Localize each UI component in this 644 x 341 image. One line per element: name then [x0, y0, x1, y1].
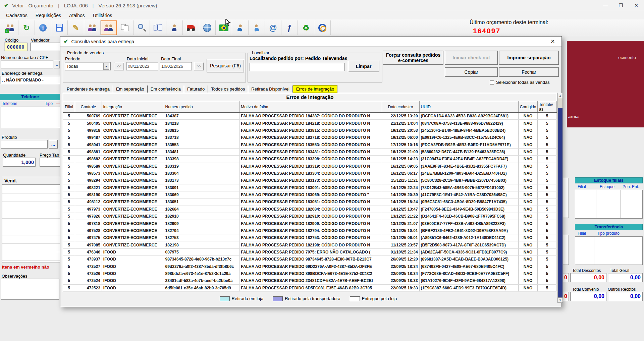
cell-tent: 5	[538, 285, 557, 291]
cell-integ: IFOOD	[102, 263, 164, 270]
motoboy-delivery-button[interactable]	[183, 20, 199, 35]
forcar-consulta-button[interactable]: Forçar consulta pedidos e-commerces	[383, 51, 443, 65]
scroll-down-icon[interactable]: ▼	[558, 297, 562, 302]
table-row[interactable]: 5472527IFOOD69d2276a-a0f2-4387-85da-df3f…	[63, 263, 557, 270]
table-row[interactable]: 5497528CONVERTIZE-ECOMMERCE182794FALHA A…	[63, 227, 557, 234]
table-row[interactable]: 5500405CONVERTIZE-ECOMMERCE184218FALHA A…	[63, 120, 557, 127]
codigo-field[interactable]: 000000	[4, 43, 28, 51]
table-row[interactable]: 5499487CONVERTIZE-ECOMMERCE183718FALHA A…	[63, 134, 557, 141]
telefone-list[interactable]	[1, 107, 60, 128]
walking-person-button[interactable]	[232, 20, 249, 35]
table-row[interactable]: 5498881CONVERTIZE-ECOMMERCE183481FALHA A…	[63, 149, 557, 156]
estoque-grid[interactable]	[575, 190, 643, 219]
periodo-select[interactable]: Todas ▼	[65, 62, 111, 70]
localizar-input[interactable]	[250, 63, 345, 71]
copy-records-button[interactable]	[117, 20, 133, 35]
target-ring-button[interactable]	[314, 20, 331, 35]
produto-field[interactable]	[1, 140, 48, 149]
endereco-field[interactable]: , , NÃO INFORMADO -	[0, 76, 60, 84]
menu-item-requisic-o-es[interactable]: Requisições	[32, 12, 65, 19]
preco-tab-field[interactable]	[40, 158, 60, 167]
tab-todos-os-pedidos[interactable]: Todos os pedidos	[208, 86, 248, 93]
tab-em-separac-a-o[interactable]: Em separação	[113, 86, 148, 93]
fechar-button[interactable]: Fechar	[499, 67, 559, 77]
cell-motivo: FALHA AO PROCESSAR PEDIDO 98734645-8728-…	[239, 256, 382, 263]
scrollbar-thumb[interactable]	[558, 108, 562, 297]
scroll-up-icon[interactable]: ▲	[558, 93, 562, 98]
table-row[interactable]: 5497818CONVERTIZE-ECOMMERCE182909FALHA A…	[63, 220, 557, 227]
table-row[interactable]: 5473937IFOOD98734645-8728-4e80-967b-b213…	[63, 256, 557, 263]
table-row[interactable]: 5497973CONVERTIZE-ECOMMERCE182684FALHA A…	[63, 206, 557, 213]
vend-grid[interactable]	[2, 185, 60, 263]
tab-pendentes-de-entrega[interactable]: Pendentes de entrega	[64, 86, 113, 93]
select-all-checkbox[interactable]	[490, 80, 494, 84]
data-final-field[interactable]: 10/02/2026	[160, 62, 192, 70]
blue-figure-button[interactable]	[249, 20, 265, 35]
table-row[interactable]: 5497085CONVERTIZE-ECOMMERCE182198FALHA A…	[63, 241, 557, 248]
sync-button[interactable]: ♻	[298, 20, 314, 35]
legend-item-entregue-pela-loja: Entregue pela loja	[350, 296, 397, 301]
menu-item-atalhos[interactable]: Atalhos	[65, 12, 89, 19]
data-inicial-field[interactable]: 08/11/2023	[126, 62, 158, 70]
table-row[interactable]: 5500769CONVERTIZE-ECOMMERCE184387FALHA A…	[63, 113, 557, 120]
vendedor-field[interactable]	[30, 43, 60, 51]
clients-group-button[interactable]	[84, 20, 101, 35]
iniciar-checkout-button[interactable]: Iniciar check-out	[445, 51, 498, 65]
cell-corrigido: NAO	[519, 198, 538, 205]
finance-button[interactable]: ƒ	[281, 20, 298, 35]
table-row[interactable]: 5497826CONVERTIZE-ECOMMERCE182910FALHA A…	[63, 213, 557, 220]
table-row[interactable]: 5498112CONVERTIZE-ECOMMERCE183051FALHA A…	[63, 198, 557, 206]
add-client-button[interactable]: +	[2, 20, 18, 35]
tab-retirada-disponi-vel[interactable]: Retirada Disponível	[248, 86, 292, 93]
chevron-down-icon[interactable]: ▼	[103, 63, 109, 70]
menu-item-cadastros[interactable]: Cadastros	[2, 12, 32, 19]
observacoes-field[interactable]	[1, 279, 59, 300]
table-row[interactable]: 5476346IFOOD007975FALHA AO PROCESSAR PED…	[63, 249, 557, 256]
produto-lookup-button[interactable]: ...	[49, 140, 58, 149]
table-row[interactable]: 5498941CONVERTIZE-ECOMMERCE183553FALHA A…	[63, 141, 557, 148]
tab-faturado[interactable]: Faturado	[184, 86, 208, 93]
tab-erros-de-integrac-a-o[interactable]: Erros de integração	[293, 85, 337, 93]
imprimir-separacao-button[interactable]: Imprimir separação	[499, 51, 559, 65]
delivery-query-button[interactable]	[101, 20, 117, 35]
prev-period-button[interactable]: <<	[114, 62, 124, 70]
table-row[interactable]: 5498190CONVERTIZE-ECOMMERCE183069FALHA A…	[63, 191, 557, 198]
edit-pencil-button[interactable]: ✎	[68, 20, 84, 35]
save-button[interactable]	[51, 20, 68, 35]
table-row[interactable]: 5499818CONVERTIZE-ECOMMERCE183815FALHA A…	[63, 127, 557, 134]
pesquisar-button[interactable]: Pesquisar (F6)	[207, 59, 244, 72]
customer-button[interactable]	[166, 20, 183, 35]
cartao-field[interactable]	[1, 60, 53, 68]
next-period-button[interactable]: >>	[194, 62, 204, 70]
cell-pedido: 182910	[164, 213, 240, 220]
tab-em-confere-ncia[interactable]: Em conferência	[148, 86, 184, 93]
table-row[interactable]: 5498573CONVERTIZE-ECOMMERCE183304FALHA A…	[63, 170, 557, 177]
ecommerce-globe-button[interactable]	[199, 20, 216, 35]
table-row[interactable]: 5498294CONVERTIZE-ECOMMERCE183173FALHA A…	[63, 177, 557, 184]
vertical-scrollbar[interactable]: ▲ ▼	[557, 93, 563, 303]
maximize-button[interactable]: ❐	[613, 0, 629, 11]
cartao-lookup-button[interactable]: ..	[54, 60, 60, 68]
refresh-button[interactable]: ↻	[18, 20, 35, 35]
table-row[interactable]: 5498682CONVERTIZE-ECOMMERCE183398FALHA A…	[63, 156, 557, 163]
copiar-button[interactable]: Copiar	[445, 67, 498, 77]
catalog-book-button[interactable]	[150, 20, 166, 35]
transferencia-grid[interactable]	[575, 236, 643, 265]
table-row[interactable]: 5498221CONVERTIZE-ECOMMERCE183091FALHA A…	[63, 184, 557, 191]
info-button[interactable]: i	[35, 20, 51, 35]
quantidade-field[interactable]: 1,000	[3, 158, 36, 167]
dialog-close-icon[interactable]: ✕	[549, 38, 557, 45]
table-row[interactable]: 5497475CONVERTIZE-ECOMMERCE182753FALHA A…	[63, 234, 557, 241]
menu-item-utilita-rios[interactable]: Utilitários	[89, 12, 116, 19]
table-row[interactable]: 5498589CONVERTIZE-ECOMMERCE183319FALHA A…	[63, 163, 557, 170]
table-row[interactable]: 5472524IFOOD23481cdf-582a-4e7b-aeef-bc2b…	[63, 277, 557, 284]
minimize-button[interactable]: —	[598, 0, 613, 11]
close-button[interactable]: ✕	[629, 0, 644, 11]
cell-motivo: FALHA AO PROCESSAR PEDIDO 183481: CÓDIGO…	[239, 149, 382, 155]
spiral-button[interactable]: @	[265, 20, 281, 35]
table-row[interactable]: 5472523IFOOD6d5fc081-e35e-46ab-82b9-3c70…	[63, 285, 557, 292]
limpar-button[interactable]: Limpar	[348, 61, 379, 72]
cell-filial: 5	[63, 170, 75, 177]
table-row[interactable]: 5472526IFOOD898bdcfa-e673-4e1e-8752-3c1c…	[63, 270, 557, 277]
search-button[interactable]	[133, 20, 150, 35]
